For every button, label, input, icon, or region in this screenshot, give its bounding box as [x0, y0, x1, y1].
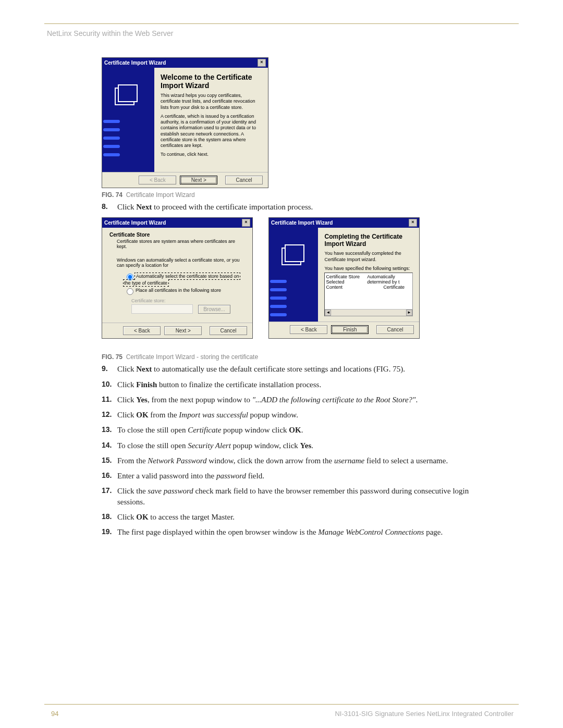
back-button[interactable]: < Back: [123, 326, 161, 335]
step-8: 8. Click Next to proceed with the certif…: [102, 202, 487, 212]
page-number: 94: [51, 710, 58, 718]
wizard3-titlebar: Certificate Import Wizard ×: [269, 218, 419, 228]
cancel-button[interactable]: Cancel: [376, 325, 414, 334]
wizard3-banner: [269, 228, 318, 322]
cancel-button[interactable]: Cancel: [225, 176, 263, 184]
certificate-icon: [282, 248, 301, 265]
step-10: 10.Click Finish button to finalize the c…: [102, 379, 487, 390]
close-icon[interactable]: ×: [258, 59, 266, 67]
step-9: 9.Click Next to automatically use the de…: [102, 364, 487, 374]
wizard1-banner: [102, 68, 154, 172]
wizard1-p1: This wizard helps you copy certificates,…: [161, 93, 262, 110]
wizard-store: Certificate Import Wizard × Certificate …: [102, 217, 253, 339]
certificate-icon: [115, 88, 134, 105]
close-icon[interactable]: ×: [242, 219, 250, 227]
close-icon[interactable]: ×: [409, 219, 417, 227]
radio-place[interactable]: Place all certificates in the following …: [124, 287, 245, 295]
step-19: 19.The first page displayed within the o…: [102, 527, 487, 537]
back-button[interactable]: < Back: [139, 176, 176, 184]
wizard2-line: Windows can automatically select a certi…: [117, 257, 245, 268]
wizard1-title: Certificate Import Wizard: [104, 60, 166, 66]
wizard2-sub: Certificate stores are system areas wher…: [117, 239, 245, 249]
wizard3-heading: Completing the Certificate Import Wizard: [324, 233, 413, 248]
h-scrollbar[interactable]: ◄►: [325, 309, 412, 316]
wizard1-p2: A certificate, which is issued by a cert…: [161, 114, 262, 149]
wizard3-p2: You have specified the following setting…: [324, 266, 413, 272]
step-14: 14.To close the still open Security Aler…: [102, 440, 487, 451]
top-rule: [44, 23, 519, 24]
step-15: 15.From the Network Password window, cli…: [102, 455, 487, 466]
back-button[interactable]: < Back: [290, 325, 327, 334]
radio-auto[interactable]: Automatically select the certificate sto…: [124, 272, 245, 286]
step-12: 12.Click OK from the Import was successf…: [102, 410, 487, 420]
wizard-complete: Certificate Import Wizard × Completing t…: [268, 217, 420, 339]
bottom-rule: [44, 704, 519, 705]
step-16: 16.Enter a valid password into the passw…: [102, 471, 487, 481]
wizard3-title: Certificate Import Wizard: [271, 220, 333, 226]
wizard2-heading: Certificate Store: [109, 232, 245, 238]
finish-button[interactable]: Finish: [331, 325, 369, 334]
wizard1-heading: Welcome to the Certificate Import Wizard: [161, 73, 262, 90]
next-button[interactable]: Next >: [180, 176, 217, 184]
footer-text: NI-3101-SIG Signature Series NetLinx Int…: [335, 710, 513, 718]
wizard2-titlebar: Certificate Import Wizard ×: [102, 218, 252, 228]
step-13: 13.To close the still open Certificate p…: [102, 425, 487, 435]
wizard3-p1: You have successfully completed the Cert…: [324, 251, 413, 263]
page-header: NetLinx Security within the Web Server: [47, 29, 174, 38]
settings-listbox: Certificate Store SelectedAutomatically …: [324, 273, 413, 316]
store-field: [131, 304, 193, 314]
fig75-caption: FIG. 75 Certificate Import Wizard - stor…: [102, 353, 487, 361]
step-18: 18.Click OK to access the target Master.: [102, 512, 487, 522]
wizard2-title: Certificate Import Wizard: [104, 220, 166, 226]
step-11: 11.Click Yes, from the next popup window…: [102, 394, 487, 405]
fig74-caption: FIG. 74 Certificate Import Wizard: [102, 191, 487, 199]
browse-button[interactable]: Browse...: [198, 305, 230, 314]
wizard-welcome: Certificate Import Wizard × Welcome to t…: [102, 57, 268, 188]
cancel-button[interactable]: Cancel: [210, 326, 247, 335]
next-button[interactable]: Next >: [164, 326, 202, 335]
wizard1-titlebar: Certificate Import Wizard ×: [102, 58, 268, 68]
wizard1-p3: To continue, click Next.: [161, 152, 262, 157]
store-label: Certificate store:: [131, 298, 230, 303]
step-17: 17.Click the save password check mark fi…: [102, 486, 487, 507]
